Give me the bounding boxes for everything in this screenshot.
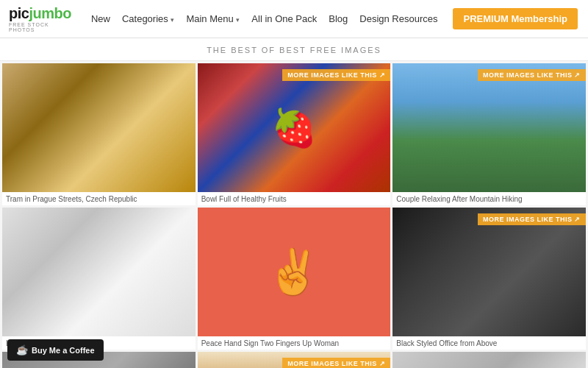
grid-item-fruits[interactable]: 🍓MORE IMAGES LIKE THIS ↗Bowl Full of Hea… xyxy=(198,63,391,205)
premium-button[interactable]: PREMIUM Membership xyxy=(453,8,578,29)
badge-label: MORE IMAGES LIKE THIS xyxy=(287,71,377,79)
image-tram xyxy=(2,63,196,192)
buy-coffee-button[interactable]: ☕ Buy Me a Coffee xyxy=(7,339,104,361)
coffee-label: Buy Me a Coffee xyxy=(32,346,95,355)
grid-item-office[interactable]: MORE IMAGES LIKE THIS ↗Black Styled Offi… xyxy=(392,208,586,350)
coffee-icon: ☕ xyxy=(16,344,28,355)
image-caption-peace: Peace Hand Sign Two Fingers Up Woman xyxy=(198,336,391,350)
subtitle-bar: THE BEST OF BEST FREE IMAGES xyxy=(0,38,588,61)
image-office xyxy=(392,208,586,336)
nav-item-allinone[interactable]: All in One Pack xyxy=(246,10,322,27)
more-badge-fruits[interactable]: MORE IMAGES LIKE THIS ↗ xyxy=(282,69,390,81)
image-fruits: 🍓 xyxy=(198,63,391,192)
grid-item-laptop-bed[interactable]: Laptop in Bed xyxy=(2,208,196,350)
logo-subtitle: FREE STOCK PHOTOS xyxy=(9,22,71,32)
external-link-icon: ↗ xyxy=(379,71,386,79)
more-badge-bottom2[interactable]: MORE IMAGES LIKE THIS ↗ xyxy=(282,358,390,368)
grid-item-peace[interactable]: ✌Peace Hand Sign Two Fingers Up Woman xyxy=(198,208,391,350)
nav-item-new[interactable]: New xyxy=(86,10,115,27)
logo[interactable]: picjumbo FREE STOCK PHOTOS xyxy=(9,5,71,32)
image-laptop-bed xyxy=(2,208,196,336)
image-caption-office: Black Styled Office from Above xyxy=(392,336,586,350)
grid-item-bottom2[interactable]: MORE IMAGES LIKE THIS ↗ xyxy=(198,352,391,368)
main-nav: New Categories ▾ Main Menu ▾ All in One … xyxy=(86,10,443,27)
image-bottom3 xyxy=(392,352,586,368)
nav-item-blog[interactable]: Blog xyxy=(323,10,353,27)
image-caption-tram: Tram in Prague Streets, Czech Republic xyxy=(2,192,196,205)
badge-label: MORE IMAGES LIKE THIS xyxy=(287,360,377,367)
grid-item-mountain[interactable]: MORE IMAGES LIKE THIS ↗Couple Relaxing A… xyxy=(392,63,586,205)
image-mountain xyxy=(392,63,586,192)
image-caption-mountain: Couple Relaxing After Mountain Hiking xyxy=(392,192,586,205)
logo-text: picjumbo xyxy=(9,5,71,22)
nav-item-categories[interactable]: Categories ▾ xyxy=(117,10,180,27)
badge-label: MORE IMAGES LIKE THIS xyxy=(483,71,573,79)
chevron-down-icon: ▾ xyxy=(236,16,240,24)
image-grid: Tram in Prague Streets, Czech Republic🍓M… xyxy=(0,61,588,368)
nav-item-mainmenu[interactable]: Main Menu ▾ xyxy=(181,10,245,27)
subtitle-text: THE BEST OF BEST FREE IMAGES xyxy=(207,46,381,54)
external-link-icon: ↗ xyxy=(574,71,581,79)
external-link-icon: ↗ xyxy=(574,216,581,223)
more-badge-mountain[interactable]: MORE IMAGES LIKE THIS ↗ xyxy=(478,69,586,81)
grid-item-bottom3[interactable] xyxy=(392,352,586,368)
external-link-icon: ↗ xyxy=(379,360,386,367)
nav-item-design[interactable]: Design Resources xyxy=(354,10,442,27)
chevron-down-icon: ▾ xyxy=(171,16,174,24)
header: picjumbo FREE STOCK PHOTOS New Categorie… xyxy=(0,0,588,38)
more-badge-office[interactable]: MORE IMAGES LIKE THIS ↗ xyxy=(478,213,586,225)
image-peace: ✌ xyxy=(198,208,391,336)
image-caption-fruits: Bowl Full of Healthy Fruits xyxy=(198,192,391,205)
badge-label: MORE IMAGES LIKE THIS xyxy=(483,216,573,223)
grid-item-tram[interactable]: Tram in Prague Streets, Czech Republic xyxy=(2,63,196,205)
